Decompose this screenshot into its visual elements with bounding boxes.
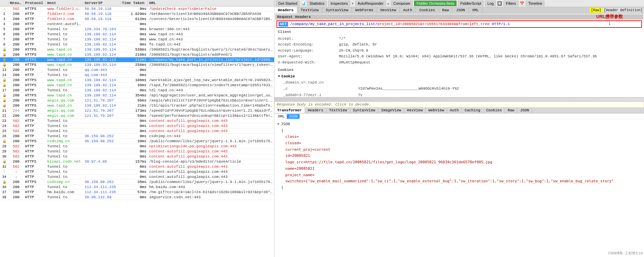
- resp-tab-raw[interactable]: Raw: [505, 108, 517, 113]
- row-timetaken: 39ms: [121, 139, 148, 144]
- row-url: /public/common/libs/jquery/jquery-1.9.1.…: [148, 139, 274, 144]
- table-row[interactable]: 🔒 200 HTTPS www.tapd.cn 139.199.92.114 3…: [0, 93, 274, 98]
- tab-json[interactable]: JSON: [453, 7, 469, 13]
- orchestra-btn[interactable]: Fiddler Orchestra Beta: [414, 1, 457, 6]
- resp-tab-textview[interactable]: TextView: [326, 108, 350, 113]
- table-row[interactable]: 🔒 200 HTTPS www.tapd.cn 139.199.92.114 5…: [0, 47, 274, 52]
- resp-tab-headers[interactable]: Headers: [305, 108, 326, 113]
- table-row[interactable]: 13 200 HTTP Tunnel to qq.com:443 0ms: [0, 68, 274, 73]
- annotation-text: URL携带参数: [596, 14, 623, 20]
- request-headers-title: Request Headers: [275, 14, 643, 20]
- table-row[interactable]: 32 502 HTTP Tunnel to 0ms content-autofi…: [0, 164, 274, 169]
- table-row[interactable]: 28 502 HTTP Tunnel to 0ms optimizationgu…: [0, 144, 274, 149]
- table-row[interactable]: 🔒 200 HTTPS bizapi.csdn.net 39.97.4.86 1…: [0, 159, 274, 164]
- table-row[interactable]: 🔒 200 HTTPS www.tapd.cn 139.199.92.114 1…: [0, 57, 274, 62]
- composer-btn[interactable]: Composer: [391, 1, 413, 6]
- resp-tab-hexview[interactable]: HexView: [404, 108, 426, 113]
- table-row[interactable]: 🔒 200 HTTPS www.tapd.cn 139.199.92.114 2…: [0, 62, 274, 68]
- table-row[interactable]: 23 502 HTTP Tunnel to 0ms content-autofi…: [0, 118, 274, 124]
- row-result: 200: [8, 73, 24, 77]
- json-root: ▼ JSON: [277, 121, 641, 128]
- timeline-btn[interactable]: Timeline: [526, 1, 544, 6]
- table-row[interactable]: 37 200 HTTP hm.baidu.com 112.34.111.235 …: [0, 190, 274, 195]
- row-serverip: 139.199.92.114: [83, 32, 121, 37]
- header-val: zh-CN,zhq=0.9: [339, 48, 368, 54]
- row-host: Tunnel to: [46, 124, 83, 128]
- resp-tab-imageview[interactable]: ImageView: [378, 108, 404, 113]
- resp-tab-auth[interactable]: Auth: [447, 108, 462, 113]
- row-icon: 23: [0, 118, 8, 123]
- table-row[interactable]: 4 200 HTTP content-autofill.googleapis.c…: [0, 22, 274, 27]
- tab-hexview[interactable]: HexView: [377, 7, 400, 13]
- table-row[interactable]: 🔒 200 HTTPS www.tapd.cn 139.199.92.114 3…: [0, 83, 274, 88]
- table-row[interactable]: 7 200 HTTP Tunnel to 139.199.92.114 0ms …: [0, 37, 274, 42]
- row-url: content-autofill.googleapis.com:443: [148, 124, 274, 128]
- header-def-label[interactable]: [Header Definition]: [603, 8, 644, 13]
- table-row[interactable]: 🔒 200 HTTPS csdnimg.cn 36.159.98.252 35m…: [0, 180, 274, 185]
- filters-btn[interactable]: Filters: [503, 1, 518, 6]
- row-icon: 4: [0, 22, 8, 26]
- tab-textview[interactable]: TextView: [297, 7, 322, 13]
- raw-label[interactable]: [Raw]: [590, 8, 603, 13]
- tab-headers[interactable]: Headers: [274, 7, 297, 13]
- inspectors-btn[interactable]: Inspectors: [328, 1, 350, 6]
- row-protocol: HTTPS: [24, 159, 46, 164]
- resp-tab-caching[interactable]: Caching: [462, 108, 483, 113]
- tab-cookies[interactable]: Cookies: [416, 7, 439, 13]
- resp-tab-syntaxview[interactable]: SyntaxView: [350, 108, 378, 113]
- row-icon: 🔒: [0, 98, 8, 103]
- table-row[interactable]: 🔒 200 HTTPS aegis.qq.com 121.51.79.207 9…: [0, 98, 274, 103]
- row-result: 502: [8, 129, 24, 133]
- table-row[interactable]: 🔒 200 HTTPS www.tapd.cn 139.199.92.114 1…: [0, 78, 274, 83]
- table-row[interactable]: 5 200 HTTP Tunnel to 120.234.70.164 0ms …: [0, 27, 274, 32]
- tab-raw[interactable]: Raw: [439, 7, 453, 13]
- statistics-btn[interactable]: Statistics: [307, 1, 327, 6]
- table-row[interactable]: 6 200 HTTP Tunnel to 139.199.92.114 0ms …: [0, 32, 274, 37]
- row-icon: 28: [0, 144, 8, 149]
- json-collapse-icon[interactable]: ▼: [277, 121, 280, 128]
- table-row[interactable]: ↑ - HTTP Tunnel to 0ms content-autofill.…: [0, 169, 274, 175]
- table-row[interactable]: 🔒 200 HTTPS www.tapd.cn 139.199.92.114 2…: [0, 52, 274, 57]
- resp-tab-json[interactable]: JSON: [517, 108, 532, 113]
- table-row[interactable]: 29 502 HTTP Tunnel to 0ms content-autofi…: [0, 149, 274, 154]
- subtab-json[interactable]: JSON: [287, 114, 300, 119]
- table-row[interactable]: 30 502 HTTP Tunnel to 0ms content-autofi…: [0, 154, 274, 159]
- request-headers-section: Request Headers GET /company/my_take_par…: [274, 14, 644, 97]
- fiddlerscript-btn[interactable]: FiddlerScript: [458, 1, 484, 6]
- table-row[interactable]: 8 200 HTTP Tunnel to 139.199.92.114 0ms …: [0, 42, 274, 47]
- table-row[interactable]: 38 200 HTTP Tunnel to 39.96.132.69 0ms i…: [0, 195, 274, 200]
- table-row[interactable]: 25 502 HTTP Tunnel to 0ms content-autofi…: [0, 129, 274, 134]
- table-row[interactable]: 14 200 HTTP Tunnel to qq.com:443 0ms: [0, 73, 274, 78]
- resp-tab-cookies[interactable]: Cookies: [483, 108, 505, 113]
- encoded-message[interactable]: Response body is encoded. Click to decod…: [274, 102, 644, 108]
- table-row[interactable]: 2 200 HTTP fiddler2.com 50.56.19.116 1.8…: [0, 12, 274, 17]
- tab-auth[interactable]: Auth: [400, 7, 416, 13]
- table-row[interactable]: 26 200 HTTP Tunnel to 36.159.98.252 0ms …: [0, 134, 274, 139]
- table-row[interactable]: 🔒 200 HTTPS csdnimg.cn 36.159.98.252 39m…: [0, 139, 274, 144]
- resp-tab-webview[interactable]: WebView: [426, 108, 447, 113]
- table-row[interactable]: 17 200 HTTP Tunnel to 139.199.92.114 0ms…: [0, 88, 274, 93]
- row-protocol: HTTPS: [24, 83, 46, 88]
- table-row[interactable]: 22 200 HTTPS aegis.qq.com 121.51.79.207 …: [0, 113, 274, 118]
- tab-syntaxview[interactable]: SyntaxView: [322, 7, 352, 13]
- get-url-params: project_id=20085821&t=1655176334048&from…: [377, 22, 489, 26]
- subtab-xml[interactable]: XML: [276, 114, 287, 119]
- table-row[interactable]: 24 502 HTTP Tunnel to 0ms content-autofi…: [0, 124, 274, 129]
- row-serverip: [83, 124, 121, 128]
- tab-webforms[interactable]: WebForms: [352, 7, 377, 13]
- table-row[interactable]: 🔒 200 HTTPS www.tapd.cn 139.199.92.114 2…: [0, 103, 274, 108]
- autoresponder-btn[interactable]: AutoResponder: [355, 1, 386, 6]
- table-row[interactable]: 21 204 HTTPS aegis.qq.com 121.51.79.207 …: [0, 108, 274, 113]
- tab-xml[interactable]: XML: [469, 7, 483, 13]
- log-btn[interactable]: Log: [485, 1, 496, 6]
- json-item: id=20085821: [285, 153, 641, 159]
- table-row[interactable]: ⚠ 502 HTTPS www.fiddler2.com 50.56.19.11…: [0, 6, 274, 12]
- horizontal-scrollbar[interactable]: [274, 97, 644, 102]
- table-row[interactable]: 34 - HTTP Tunnel to 0ms content-autofill…: [0, 175, 274, 180]
- table-row[interactable]: 36 200 HTTP Tunnel to 112.34.111.235 0ms…: [0, 185, 274, 190]
- get-started-btn[interactable]: Get Started: [276, 1, 300, 6]
- table-row[interactable]: 3 200 HTTP fiddler2.com 50.56.19.116 612…: [0, 17, 274, 22]
- cookie-expand-row[interactable]: ▼ Cookie: [278, 74, 641, 80]
- timeline-icon: 📅: [520, 1, 524, 6]
- resp-tab-transformer[interactable]: Transformer: [274, 108, 305, 113]
